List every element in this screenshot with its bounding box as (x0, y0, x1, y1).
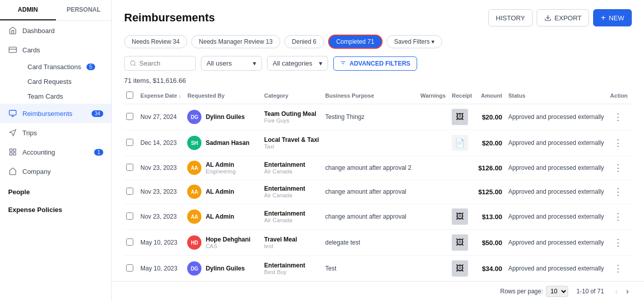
status-cell: Approved and processed externally (506, 104, 608, 130)
sidebar-item-accounting[interactable]: Accounting 1 (0, 142, 111, 162)
col-header-status: Status (506, 87, 608, 104)
col-header-action: Action (608, 87, 632, 104)
amount-cell: $34.00 (476, 256, 506, 282)
row-checkbox[interactable] (126, 188, 133, 195)
sidebar-label-trips: Trips (22, 129, 37, 137)
filter-tab-needs-manager-review[interactable]: Needs Manager Review 13 (191, 35, 280, 48)
avatar: AA (187, 185, 201, 199)
all-categories-select[interactable]: All categories ▾ (267, 56, 328, 71)
category-cell: Travel Meal test (262, 230, 323, 256)
requestor-cell: AA AL Admin (185, 180, 262, 204)
new-button[interactable]: + NEW (593, 9, 632, 26)
row-checkbox[interactable] (126, 113, 133, 120)
export-label: EXPORT (554, 14, 581, 22)
row-checkbox[interactable] (126, 213, 133, 220)
history-button[interactable]: HISTORY (488, 9, 533, 26)
sidebar-item-card-requests[interactable]: Card Requests (22, 74, 111, 89)
requestor-info: Dylinn Guiles (206, 113, 245, 121)
search-input[interactable] (139, 59, 190, 67)
table-footer: Rows per page: 10 25 50 1-10 of 71 ‹ › (112, 281, 644, 301)
row-checkbox[interactable] (126, 164, 133, 171)
accounting-icon (8, 147, 17, 157)
table-row[interactable]: May 10, 2023 HD Hope Dehghani CAS Travel… (124, 230, 632, 256)
team-cards-label: Team Cards (27, 93, 63, 100)
status-cell: Approved and processed externally (506, 180, 608, 204)
requestor-sub: Engineering (206, 168, 236, 174)
filter-tab-saved-filters[interactable]: Saved Filters ▾ (387, 35, 442, 48)
sidebar-tab-personal[interactable]: PERSONAL (56, 0, 112, 20)
sidebar-item-expense-policies[interactable]: Expense Policies (0, 199, 111, 217)
page-title: Reimbursements (124, 11, 215, 24)
expense-date-cell: Nov 23, 2023 (138, 156, 185, 180)
svg-rect-8 (13, 153, 16, 155)
svg-rect-5 (10, 149, 12, 152)
row-action-button[interactable]: ⋮ (610, 262, 626, 275)
row-action-button[interactable]: ⋮ (610, 210, 626, 223)
sidebar-label-company: Company (22, 168, 51, 175)
advanced-filters-button[interactable]: ADVANCED FILTERS (333, 56, 417, 71)
row-action-button[interactable]: ⋮ (610, 110, 626, 124)
avatar: AA (187, 161, 201, 175)
requestor-cell: DG Dylinn Guiles (185, 104, 262, 130)
select-all-checkbox[interactable] (126, 92, 133, 99)
reimburse-icon (8, 109, 17, 118)
filter-tab-needs-review[interactable]: Needs Review 34 (124, 35, 187, 48)
svg-rect-0 (9, 47, 17, 53)
warnings-cell (418, 230, 450, 256)
table-row[interactable]: Nov 23, 2023 AA AL Admin Entertainment A… (124, 180, 632, 204)
sidebar-tab-admin[interactable]: ADMIN (0, 0, 56, 20)
main-content: Reimbursements HISTORY EXPORT + NEW Need… (112, 0, 644, 301)
avatar: SH (187, 136, 201, 150)
row-checkbox[interactable] (126, 238, 133, 246)
sidebar-item-company[interactable]: Company (0, 162, 111, 181)
category-main: Entertainment (264, 210, 319, 217)
status-cell: Approved and processed externally (506, 204, 608, 230)
category-sub: Air Canada (264, 192, 319, 198)
all-users-select[interactable]: All users ▾ (201, 56, 262, 71)
summary-text: 71 items, $11,616.66 (124, 77, 186, 84)
sidebar-item-dashboard[interactable]: Dashboard (0, 21, 111, 40)
sidebar-item-cards[interactable]: Cards (0, 40, 111, 59)
col-header-receipt: Receipt (450, 87, 476, 104)
sidebar-item-people[interactable]: People (0, 181, 111, 199)
table-row[interactable]: Nov 27, 2024 DG Dylinn Guiles Team Outin… (124, 104, 632, 130)
export-button[interactable]: EXPORT (537, 9, 589, 26)
table-row[interactable]: Nov 23, 2023 AA AL Admin Engineering Ent… (124, 156, 632, 180)
prev-page-button[interactable]: ‹ (612, 286, 621, 297)
row-checkbox[interactable] (126, 264, 133, 272)
sidebar-item-team-cards[interactable]: Team Cards (22, 89, 111, 104)
row-action-button[interactable]: ⋮ (610, 236, 626, 249)
table-container: Expense Date ↓ Requested By Category Bus… (112, 87, 644, 281)
requestor-sub: CAS (206, 243, 250, 249)
table-row[interactable]: May 10, 2023 DG Dylinn Guiles Entertainm… (124, 256, 632, 282)
receipt-cell: 🖼 (450, 204, 476, 230)
row-action-button[interactable]: ⋮ (610, 161, 626, 174)
avatar: DG (187, 261, 201, 276)
row-action-button[interactable]: ⋮ (610, 185, 626, 198)
search-box[interactable] (124, 56, 196, 71)
row-checkbox-cell (124, 230, 138, 256)
next-page-button[interactable]: › (623, 286, 632, 297)
rows-per-page-select[interactable]: 10 25 50 (546, 286, 568, 297)
sidebar-label-accounting: Accounting (22, 148, 55, 156)
svg-line-11 (134, 65, 135, 66)
col-header-requested-by: Requested By (185, 87, 262, 104)
card-requests-label: Card Requests (27, 78, 72, 85)
row-action-button[interactable]: ⋮ (610, 136, 626, 149)
denied-label: Denied 6 (292, 38, 316, 45)
requestor-name: Dylinn Guiles (206, 265, 245, 272)
sidebar-item-reimbursements[interactable]: Reimbursements 34 (0, 104, 111, 123)
company-icon (8, 167, 17, 176)
filter-tab-completed[interactable]: Completed 71 (328, 35, 383, 49)
table-row[interactable]: Nov 23, 2023 AA AL Admin Entertainment A… (124, 204, 632, 230)
row-checkbox[interactable] (126, 139, 133, 146)
category-sub: Air Canada (264, 217, 319, 223)
search-bar: All users ▾ All categories ▾ ADVANCED FI… (112, 52, 644, 75)
sidebar-item-card-transactions[interactable]: Card Transactions 5 (22, 59, 111, 74)
table-row[interactable]: Dec 14, 2023 SH Sadman Hasan Local Trave… (124, 130, 632, 156)
filter-tab-denied[interactable]: Denied 6 (284, 35, 324, 48)
requestor-name: Dylinn Guiles (206, 113, 245, 121)
sidebar-item-trips[interactable]: Trips (0, 123, 111, 142)
col-header-business-purpose: Business Purpose (323, 87, 418, 104)
svg-point-10 (131, 61, 135, 66)
